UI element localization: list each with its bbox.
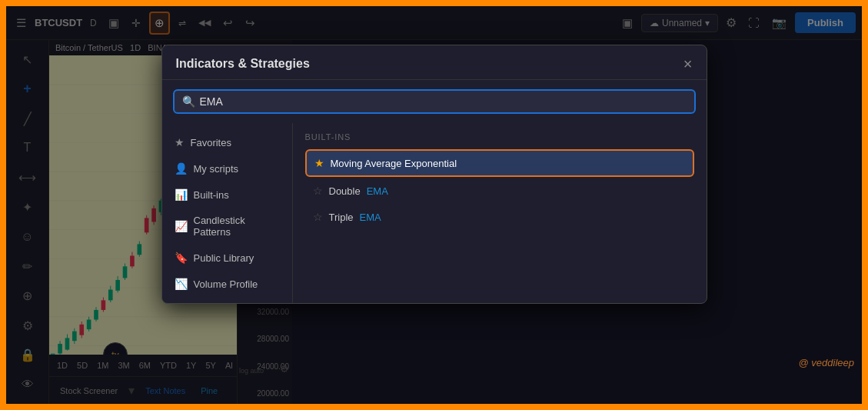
modal-close-button[interactable]: × <box>683 56 693 72</box>
modal-title: Indicators & Strategies <box>176 57 310 71</box>
built-ins-label: BUILT-INS <box>305 132 694 142</box>
indicator-triple-ema[interactable]: ☆ Triple EMA <box>305 205 694 229</box>
star-empty-icon-triple: ☆ <box>313 211 323 223</box>
modal-right-content: BUILT-INS ★ Moving Average Exponential ☆… <box>293 123 707 303</box>
search-input[interactable] <box>200 95 308 108</box>
modal-body: ★ Favorites 👤 My scripts 📊 Built-ins <box>162 123 707 303</box>
indicator-ema[interactable]: ★ Moving Average Exponential <box>305 149 694 177</box>
nav-volume-profile[interactable]: 📉 Volume Profile <box>162 271 292 297</box>
candle-nav-icon: 📈 <box>175 220 188 232</box>
modal-header: Indicators & Strategies × <box>162 45 707 80</box>
modal-left-nav: ★ Favorites 👤 My scripts 📊 Built-ins <box>162 123 293 303</box>
modal-overlay: Indicators & Strategies × 🔍 ★ <box>6 6 862 404</box>
nav-public-library[interactable]: 🔖 Public Library <box>162 245 292 271</box>
volume-nav-icon: 📉 <box>175 278 188 290</box>
star-empty-icon-double: ☆ <box>313 185 323 197</box>
nav-favorites[interactable]: ★ Favorites <box>162 129 292 155</box>
user-nav-icon: 👤 <box>175 162 188 175</box>
nav-built-ins[interactable]: 📊 Built-ins <box>162 182 292 208</box>
indicators-modal: Indicators & Strategies × 🔍 ★ <box>161 45 707 304</box>
search-input-wrap: 🔍 <box>173 89 696 114</box>
star-nav-icon: ★ <box>175 136 185 148</box>
watermark: @ veddileep <box>799 357 854 368</box>
chart-nav-icon: 📊 <box>175 188 188 201</box>
search-icon: 🔍 <box>182 95 195 108</box>
nav-candlestick[interactable]: 📈 Candlestick Patterns <box>162 208 292 245</box>
main-layout: ↖ + ╱ T ⟷ ✦ ☺ ✏ ⊕ ⚙ 🔒 👁 Bitcoin / Tether… <box>6 40 862 404</box>
star-filled-icon: ★ <box>314 157 324 169</box>
nav-my-scripts[interactable]: 👤 My scripts <box>162 155 292 182</box>
modal-search-area: 🔍 <box>162 80 707 123</box>
indicator-double-ema[interactable]: ☆ Double EMA <box>305 178 694 203</box>
bookmark-nav-icon: 🔖 <box>175 252 188 264</box>
